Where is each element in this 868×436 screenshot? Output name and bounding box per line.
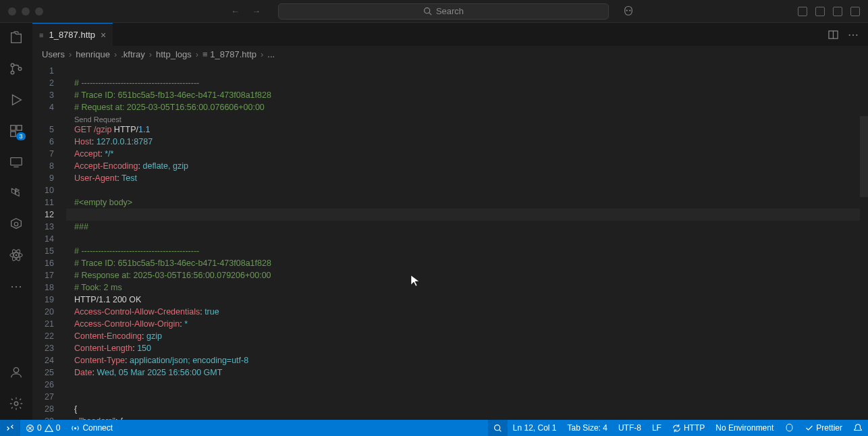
token: Accept-Encoding [74,161,138,171]
status-problems[interactable]: 0 0 [20,420,65,436]
breadcrumb-item[interactable]: henrique [76,49,110,59]
nav-back-icon[interactable]: ← [231,6,240,16]
minimap-thumb[interactable] [860,116,868,197]
explorer-icon[interactable] [8,30,24,46]
line-number: 18 [32,281,54,294]
status-prettier[interactable]: Prettier [800,420,848,436]
line-number: 16 [32,257,54,269]
breadcrumb-item[interactable]: ... [267,49,275,59]
copilot-icon[interactable] [622,5,634,18]
code-line[interactable]: Content-Encoding: gzip [66,330,868,342]
layout-panel-bottom-icon[interactable] [833,7,842,16]
close-window-icon[interactable] [8,7,16,16]
code-line[interactable]: Accept-Encoding: deflate, gzip [66,160,868,172]
code-line[interactable]: # Trace ID: 651bc5a5-fb13-46ec-b471-473f… [66,257,868,269]
token: Content-Encoding [74,331,142,341]
status-lang[interactable]: HTTP [667,420,710,436]
code-line[interactable] [66,379,868,391]
breadcrumb[interactable]: Users›henrique›.kftray›http_logs›≡ 1_878… [32,46,868,62]
breadcrumb-item[interactable]: ≡ 1_8787.http [202,49,256,59]
codelens-send-request[interactable]: Send Request [66,113,868,124]
settings-gear-icon[interactable] [8,396,24,412]
breadcrumb-item[interactable]: http_logs [156,49,192,59]
code-line[interactable]: Content-Length: 150 [66,342,868,354]
code-line[interactable] [66,209,868,221]
line-number: 13 [32,221,54,233]
status-search[interactable] [488,420,508,436]
code-line[interactable]: ### [66,221,868,233]
token: : { [115,416,123,420]
bell-icon [853,423,863,433]
code-line[interactable]: "headers": { [66,415,868,420]
status-eol[interactable]: LF [647,420,667,436]
remote-explorer-icon[interactable] [8,154,24,170]
code-line[interactable] [66,184,868,196]
line-number: 25 [32,366,54,379]
token: # Request at: 2025-03-05T16:56:00.076606… [74,103,265,112]
search-input[interactable]: Search [278,3,609,20]
code-line[interactable] [66,65,868,77]
terraform-icon[interactable] [8,185,24,201]
minimap[interactable] [860,62,868,420]
maximize-window-icon[interactable] [35,7,43,16]
remote-indicator[interactable] [0,420,20,436]
code-line[interactable]: Date: Wed, 05 Mar 2025 16:56:00 GMT [66,366,868,379]
layout-sidebar-right-icon[interactable] [850,7,860,16]
code-line[interactable]: # Request at: 2025-03-05T16:56:00.076606… [66,101,868,113]
code-line[interactable]: { [66,403,868,415]
line-number: 7 [32,148,54,160]
more-actions-icon[interactable]: ⋯ [848,28,859,41]
status-cursor[interactable]: Ln 12, Col 1 [508,420,562,436]
extensions-icon[interactable]: 3 [8,123,24,139]
editor-body[interactable]: 1234567891011121314151617181920212223242… [32,62,868,420]
run-debug-icon[interactable] [8,92,24,108]
token: */* [105,149,113,159]
account-icon[interactable] [8,364,24,381]
code-line[interactable] [66,233,868,245]
code-line[interactable]: Access-Control-Allow-Origin: * [66,318,868,330]
status-env[interactable]: No Environment [710,420,779,436]
more-icon[interactable]: ⋯ [8,278,24,294]
source-control-icon[interactable] [8,61,24,77]
code-line[interactable]: Access-Control-Allow-Credentials: true [66,306,868,318]
status-tabsize[interactable]: Tab Size: 4 [562,420,613,436]
code-line[interactable]: # Trace ID: 651bc5a5-fb13-46ec-b471-473f… [66,89,868,101]
status-encoding[interactable]: UTF-8 [613,420,647,436]
split-editor-icon[interactable] [828,30,838,40]
svg-point-16 [13,368,18,373]
code-line[interactable]: Accept: */* [66,148,868,160]
layout-sidebar-left-icon[interactable] [815,7,825,16]
tab-file[interactable]: ≡ 1_8787.http × [32,23,113,46]
code-content[interactable]: # --------------------------------------… [66,62,868,420]
code-line[interactable]: # --------------------------------------… [66,77,868,89]
code-line[interactable]: # Took: 2 ms [66,281,868,294]
code-line[interactable]: User-Agent: Test [66,172,868,184]
main-area: 3 ⋯ ≡ 1_8787.http × [0,23,868,420]
layout-panel-icon[interactable] [798,7,807,16]
breadcrumb-separator: › [261,49,263,59]
status-notifications[interactable] [848,420,868,436]
token: Access-Control-Allow-Credentials [74,307,200,317]
code-line[interactable]: # --------------------------------------… [66,245,868,257]
status-connect[interactable]: Connect [65,420,118,436]
minimize-window-icon[interactable] [22,7,30,16]
breadcrumb-item[interactable]: Users [42,49,65,59]
breadcrumb-item[interactable]: .kftray [121,49,144,59]
token: HTTP/1.1 200 OK [74,295,141,304]
status-copilot[interactable] [779,420,800,436]
code-line[interactable]: GET /gzip HTTP/1.1 [66,124,868,136]
code-line[interactable]: # Response at: 2025-03-05T16:56:00.07920… [66,269,868,281]
tabs-bar: ≡ 1_8787.http × ⋯ [32,23,868,46]
nav-forward-icon[interactable]: → [252,6,261,16]
code-line[interactable]: Content-Type: application/json; encoding… [66,354,868,366]
react-icon[interactable] [8,247,24,263]
code-line[interactable]: Host: 127.0.0.1:8787 [66,136,868,148]
code-line[interactable] [66,391,868,403]
editor-area: ≡ 1_8787.http × ⋯ Users›henrique›.kftray… [32,23,868,420]
code-line[interactable]: HTTP/1.1 200 OK [66,294,868,306]
token: deflate, gzip [142,161,188,171]
kubernetes-icon[interactable] [8,216,24,232]
token: # --------------------------------------… [74,78,199,88]
code-line[interactable]: #<empty body> [66,196,868,209]
close-tab-icon[interactable]: × [101,30,106,40]
